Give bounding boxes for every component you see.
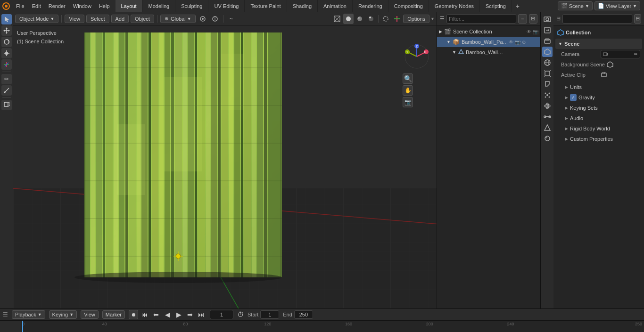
scale-tool[interactable]	[1, 48, 12, 58]
prop-render-btn[interactable]	[542, 14, 553, 24]
curve-icon-btn[interactable]: ~	[226, 14, 237, 24]
cursor-tool[interactable]	[1, 14, 12, 24]
play-reverse-btn[interactable]: ◀	[163, 310, 172, 319]
outliner-item-bamboo[interactable]: ▼ 📦 Bamboo_Wall_Panel_Green_C 👁 📷 ⊙	[437, 37, 540, 47]
camera-edit-icon[interactable]: ✏	[634, 52, 638, 57]
outliner-item-bamboo-mesh[interactable]: ▼ Bamboo_Wall_Panel_Gre	[437, 47, 540, 57]
tab-modeling[interactable]: Modeling	[143, 0, 176, 12]
viewport-shading-solid[interactable]	[343, 14, 354, 24]
tab-texture-paint[interactable]: Texture Paint	[245, 0, 287, 12]
measure-tool[interactable]	[1, 85, 12, 96]
camera-btn[interactable]: 📷	[403, 97, 413, 107]
prop-data-btn[interactable]	[542, 122, 553, 133]
marker-btn[interactable]: Marker	[102, 310, 125, 319]
outliner-search[interactable]	[446, 14, 516, 24]
tab-scripting[interactable]: Scripting	[480, 0, 512, 12]
gravity-checkbox[interactable]: ✓	[570, 94, 577, 101]
jump-end-btn[interactable]: ⏭	[197, 310, 206, 319]
add-workspace-button[interactable]: +	[512, 2, 523, 10]
viewport-shading-rendered[interactable]	[366, 14, 376, 24]
step-back-btn[interactable]: ⬅	[151, 310, 161, 319]
prop-output-btn[interactable]	[542, 25, 553, 35]
props-search[interactable]	[562, 14, 632, 24]
tab-rendering[interactable]: Rendering	[353, 0, 388, 12]
keying-btn[interactable]: Keying ▼	[49, 310, 77, 319]
tab-compositing[interactable]: Compositing	[388, 0, 429, 12]
visibility-icon[interactable]: 👁	[527, 29, 531, 34]
active-clip-value[interactable]	[601, 72, 640, 78]
camera-value[interactable]: ✏	[601, 50, 640, 58]
view-menu[interactable]: View	[65, 15, 84, 23]
prop-material-btn[interactable]	[542, 133, 553, 144]
prop-physics-btn[interactable]	[542, 101, 553, 111]
transform-orientation[interactable]: ⊕ Global ▼	[160, 15, 196, 23]
keying-sets-section[interactable]: ▶ Keying Sets	[555, 103, 642, 113]
custom-props-section[interactable]: ▶ Custom Properties	[555, 134, 642, 144]
play-btn[interactable]: ▶	[174, 310, 183, 319]
rigid-body-section[interactable]: ▶ Rigid Body World	[555, 123, 642, 134]
bamboo-select-icon[interactable]: ⊙	[522, 40, 526, 45]
menu-render[interactable]: Render	[45, 0, 69, 12]
tab-shading[interactable]: Shading	[287, 0, 318, 12]
viewport-options-btn[interactable]: Options	[403, 15, 429, 23]
add-cube-tool[interactable]	[1, 100, 12, 110]
prop-scene-btn[interactable]	[542, 47, 553, 57]
proportional-editing-btn[interactable]	[210, 14, 220, 24]
tab-layout[interactable]: Layout	[116, 0, 143, 12]
timeline-mode-icon[interactable]: ☰	[3, 311, 8, 318]
transform-tool[interactable]	[1, 59, 12, 70]
units-section[interactable]: ▶ Units	[555, 82, 642, 92]
end-input[interactable]	[294, 310, 313, 319]
timeline-clock-icon[interactable]: ⏱	[237, 311, 244, 318]
prop-modifier-btn[interactable]	[542, 79, 553, 89]
move-tool[interactable]	[1, 25, 12, 36]
rotate-tool[interactable]	[1, 37, 12, 47]
pan-btn[interactable]: ✋	[403, 85, 413, 96]
timeline-track[interactable]: 0 40 80 120 160 200 240 250	[0, 321, 644, 332]
start-input[interactable]	[260, 310, 279, 319]
zoom-in-btn[interactable]: 🔍	[403, 73, 413, 84]
viewport-shading-wire[interactable]	[332, 14, 342, 24]
prop-constraints-btn[interactable]	[542, 112, 553, 122]
view-timeline-btn[interactable]: View	[81, 310, 99, 319]
playback-btn[interactable]: Playback ▼	[12, 310, 45, 319]
outliner-filter-btn[interactable]: ≡	[518, 14, 527, 24]
object-menu[interactable]: Object	[131, 15, 154, 23]
viewport-gizmos-btn[interactable]	[392, 14, 402, 24]
tab-sculpting[interactable]: Sculpting	[175, 0, 208, 12]
tab-geometry-nodes[interactable]: Geometry Nodes	[429, 0, 480, 12]
add-menu[interactable]: Add	[111, 15, 129, 23]
viewport-shading-material[interactable]	[355, 14, 365, 24]
menu-file[interactable]: File	[12, 0, 28, 12]
props-filter-btn[interactable]: ⊟	[634, 14, 641, 24]
tab-animation[interactable]: Animation	[318, 0, 353, 12]
snapping-btn[interactable]	[198, 14, 208, 24]
object-mode-selector[interactable]: Object Mode ▼	[15, 15, 58, 23]
viewport[interactable]: Object Mode ▼ View Select Add Object ⊕ G…	[13, 12, 437, 308]
select-menu[interactable]: Select	[86, 15, 109, 23]
menu-edit[interactable]: Edit	[28, 0, 45, 12]
timeline-cursor[interactable]	[22, 321, 23, 332]
menu-help[interactable]: Help	[95, 0, 114, 12]
scene-section-header[interactable]: ▼ Scene	[555, 39, 642, 49]
gravity-section[interactable]: ▶ ✓ Gravity	[555, 92, 642, 103]
step-forward-btn[interactable]: ➡	[185, 310, 195, 319]
outliner-item-scene-collection[interactable]: ▶ 🎬 Scene Collection 👁 📷	[437, 26, 540, 37]
audio-section[interactable]: ▶ Audio	[555, 113, 642, 123]
record-btn[interactable]: ⏺	[129, 310, 138, 319]
render-icon[interactable]: 📷	[533, 29, 538, 34]
prop-particles-btn[interactable]	[542, 90, 553, 100]
prop-world-btn[interactable]	[542, 57, 553, 68]
tab-uv-editing[interactable]: UV Editing	[208, 0, 245, 12]
bamboo-render-icon[interactable]: 📷	[515, 40, 520, 45]
menu-window[interactable]: Window	[69, 0, 95, 12]
bamboo-visibility-icon[interactable]: 👁	[509, 40, 513, 45]
background-scene-value[interactable]	[607, 61, 640, 68]
view-layer-selector[interactable]: 📄 View Layer ▼	[594, 1, 640, 10]
jump-start-btn[interactable]: ⏮	[140, 310, 149, 319]
prop-viewlayer-btn[interactable]	[542, 36, 553, 46]
outliner-filter2-btn[interactable]: ⊟	[529, 14, 538, 24]
scene-selector[interactable]: 🎬 Scene ▼	[558, 1, 593, 10]
current-frame-display[interactable]: 1	[210, 310, 233, 319]
annotate-tool[interactable]: ✏	[1, 74, 12, 84]
